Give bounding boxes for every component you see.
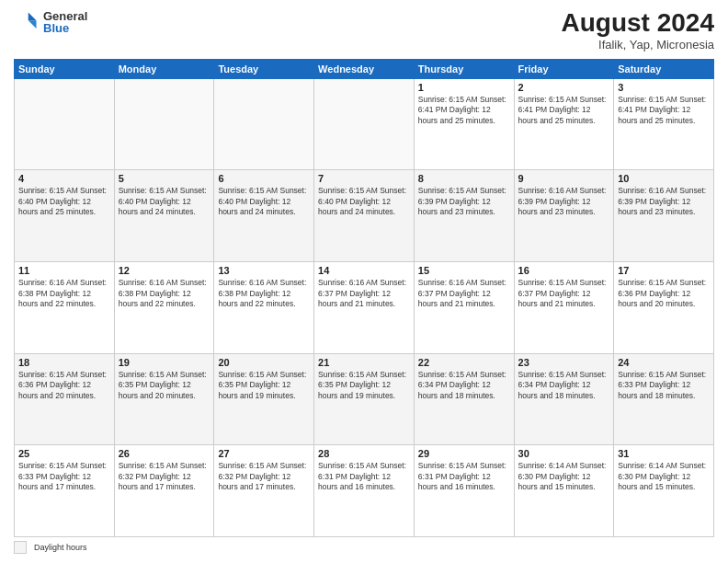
footer-label: Daylight hours bbox=[34, 543, 87, 552]
day-info: Sunrise: 6:15 AM Sunset: 6:32 PM Dayligh… bbox=[119, 461, 210, 492]
calendar-cell: 27Sunrise: 6:15 AM Sunset: 6:32 PM Dayli… bbox=[214, 445, 314, 537]
calendar-cell: 1Sunrise: 6:15 AM Sunset: 6:41 PM Daylig… bbox=[414, 78, 514, 170]
day-info: Sunrise: 6:15 AM Sunset: 6:36 PM Dayligh… bbox=[618, 278, 710, 309]
calendar-cell: 21Sunrise: 6:15 AM Sunset: 6:35 PM Dayli… bbox=[314, 353, 415, 445]
day-number: 24 bbox=[618, 357, 710, 368]
day-info: Sunrise: 6:16 AM Sunset: 6:38 PM Dayligh… bbox=[18, 278, 110, 309]
calendar-cell: 29Sunrise: 6:15 AM Sunset: 6:31 PM Dayli… bbox=[414, 445, 514, 537]
day-info: Sunrise: 6:15 AM Sunset: 6:31 PM Dayligh… bbox=[418, 461, 510, 492]
calendar-cell: 13Sunrise: 6:16 AM Sunset: 6:38 PM Dayli… bbox=[214, 262, 314, 354]
svg-marker-0 bbox=[28, 13, 37, 21]
day-number: 22 bbox=[418, 357, 510, 368]
day-number: 29 bbox=[418, 448, 510, 459]
calendar-cell: 30Sunrise: 6:14 AM Sunset: 6:30 PM Dayli… bbox=[514, 445, 614, 537]
title-block: August 2024 Ifalik, Yap, Micronesia bbox=[562, 9, 715, 52]
day-info: Sunrise: 6:15 AM Sunset: 6:34 PM Dayligh… bbox=[418, 370, 510, 401]
day-number: 6 bbox=[218, 173, 310, 184]
calendar-table: SundayMondayTuesdayWednesdayThursdayFrid… bbox=[14, 59, 714, 537]
calendar-subtitle: Ifalik, Yap, Micronesia bbox=[562, 38, 715, 52]
logo-text: General Blue bbox=[43, 10, 87, 34]
day-number: 11 bbox=[18, 265, 110, 276]
calendar-cell: 9Sunrise: 6:16 AM Sunset: 6:39 PM Daylig… bbox=[514, 170, 614, 262]
day-number: 18 bbox=[18, 357, 110, 368]
calendar-cell: 18Sunrise: 6:15 AM Sunset: 6:36 PM Dayli… bbox=[15, 353, 115, 445]
calendar-cell: 31Sunrise: 6:14 AM Sunset: 6:30 PM Dayli… bbox=[614, 445, 714, 537]
day-info: Sunrise: 6:16 AM Sunset: 6:39 PM Dayligh… bbox=[618, 186, 710, 217]
day-number: 28 bbox=[318, 448, 410, 459]
header: General Blue August 2024 Ifalik, Yap, Mi… bbox=[14, 9, 714, 52]
day-info: Sunrise: 6:15 AM Sunset: 6:36 PM Dayligh… bbox=[18, 370, 110, 401]
calendar-cell: 24Sunrise: 6:15 AM Sunset: 6:33 PM Dayli… bbox=[614, 353, 714, 445]
calendar-week-5: 25Sunrise: 6:15 AM Sunset: 6:33 PM Dayli… bbox=[15, 445, 714, 537]
calendar-cell: 4Sunrise: 6:15 AM Sunset: 6:40 PM Daylig… bbox=[15, 170, 115, 262]
day-info: Sunrise: 6:15 AM Sunset: 6:39 PM Dayligh… bbox=[418, 186, 510, 217]
calendar-week-1: 1Sunrise: 6:15 AM Sunset: 6:41 PM Daylig… bbox=[15, 78, 714, 170]
calendar-cell: 14Sunrise: 6:16 AM Sunset: 6:37 PM Dayli… bbox=[314, 262, 415, 354]
day-info: Sunrise: 6:14 AM Sunset: 6:30 PM Dayligh… bbox=[618, 461, 710, 492]
day-info: Sunrise: 6:15 AM Sunset: 6:41 PM Dayligh… bbox=[618, 95, 710, 126]
calendar-cell: 12Sunrise: 6:16 AM Sunset: 6:38 PM Dayli… bbox=[114, 262, 214, 354]
calendar-header-row: SundayMondayTuesdayWednesdayThursdayFrid… bbox=[15, 59, 714, 78]
calendar-cell: 2Sunrise: 6:15 AM Sunset: 6:41 PM Daylig… bbox=[514, 78, 614, 170]
page: General Blue August 2024 Ifalik, Yap, Mi… bbox=[0, 0, 728, 563]
day-info: Sunrise: 6:15 AM Sunset: 6:35 PM Dayligh… bbox=[318, 370, 410, 401]
calendar-cell: 26Sunrise: 6:15 AM Sunset: 6:32 PM Dayli… bbox=[114, 445, 214, 537]
calendar-cell bbox=[214, 78, 314, 170]
calendar-cell bbox=[114, 78, 214, 170]
calendar-cell bbox=[314, 78, 415, 170]
calendar-cell: 7Sunrise: 6:15 AM Sunset: 6:40 PM Daylig… bbox=[314, 170, 415, 262]
day-info: Sunrise: 6:15 AM Sunset: 6:40 PM Dayligh… bbox=[318, 186, 410, 217]
calendar-cell: 5Sunrise: 6:15 AM Sunset: 6:40 PM Daylig… bbox=[114, 170, 214, 262]
day-number: 9 bbox=[518, 173, 610, 184]
svg-marker-1 bbox=[28, 20, 37, 29]
day-number: 21 bbox=[318, 357, 410, 368]
day-info: Sunrise: 6:16 AM Sunset: 6:37 PM Dayligh… bbox=[418, 278, 510, 309]
day-number: 5 bbox=[119, 173, 210, 184]
day-info: Sunrise: 6:15 AM Sunset: 6:41 PM Dayligh… bbox=[418, 95, 510, 126]
day-number: 2 bbox=[518, 82, 610, 93]
day-number: 16 bbox=[518, 265, 610, 276]
calendar-cell: 28Sunrise: 6:15 AM Sunset: 6:31 PM Dayli… bbox=[314, 445, 415, 537]
day-header-monday: Monday bbox=[114, 59, 214, 78]
day-info: Sunrise: 6:15 AM Sunset: 6:37 PM Dayligh… bbox=[518, 278, 610, 309]
day-info: Sunrise: 6:16 AM Sunset: 6:38 PM Dayligh… bbox=[119, 278, 210, 309]
logo-blue: Blue bbox=[43, 22, 87, 34]
calendar-cell bbox=[15, 78, 115, 170]
footer: Daylight hours bbox=[14, 541, 714, 554]
day-info: Sunrise: 6:16 AM Sunset: 6:37 PM Dayligh… bbox=[318, 278, 410, 309]
day-number: 23 bbox=[518, 357, 610, 368]
day-info: Sunrise: 6:14 AM Sunset: 6:30 PM Dayligh… bbox=[518, 461, 610, 492]
calendar-cell: 19Sunrise: 6:15 AM Sunset: 6:35 PM Dayli… bbox=[114, 353, 214, 445]
day-number: 10 bbox=[618, 173, 710, 184]
calendar-cell: 6Sunrise: 6:15 AM Sunset: 6:40 PM Daylig… bbox=[214, 170, 314, 262]
day-number: 7 bbox=[318, 173, 410, 184]
day-number: 12 bbox=[119, 265, 210, 276]
day-number: 8 bbox=[418, 173, 510, 184]
calendar-cell: 22Sunrise: 6:15 AM Sunset: 6:34 PM Dayli… bbox=[414, 353, 514, 445]
day-number: 4 bbox=[18, 173, 110, 184]
day-number: 1 bbox=[418, 82, 510, 93]
logo: General Blue bbox=[14, 9, 87, 35]
day-number: 13 bbox=[218, 265, 310, 276]
day-info: Sunrise: 6:15 AM Sunset: 6:35 PM Dayligh… bbox=[119, 370, 210, 401]
logo-icon bbox=[14, 9, 40, 35]
calendar-week-3: 11Sunrise: 6:16 AM Sunset: 6:38 PM Dayli… bbox=[15, 262, 714, 354]
day-number: 3 bbox=[618, 82, 710, 93]
day-info: Sunrise: 6:15 AM Sunset: 6:35 PM Dayligh… bbox=[218, 370, 310, 401]
day-info: Sunrise: 6:15 AM Sunset: 6:33 PM Dayligh… bbox=[18, 461, 110, 492]
day-number: 15 bbox=[418, 265, 510, 276]
calendar-cell: 15Sunrise: 6:16 AM Sunset: 6:37 PM Dayli… bbox=[414, 262, 514, 354]
day-info: Sunrise: 6:15 AM Sunset: 6:40 PM Dayligh… bbox=[119, 186, 210, 217]
day-info: Sunrise: 6:16 AM Sunset: 6:38 PM Dayligh… bbox=[218, 278, 310, 309]
calendar-cell: 20Sunrise: 6:15 AM Sunset: 6:35 PM Dayli… bbox=[214, 353, 314, 445]
day-header-sunday: Sunday bbox=[15, 59, 115, 78]
day-number: 19 bbox=[119, 357, 210, 368]
calendar-cell: 23Sunrise: 6:15 AM Sunset: 6:34 PM Dayli… bbox=[514, 353, 614, 445]
day-info: Sunrise: 6:15 AM Sunset: 6:33 PM Dayligh… bbox=[618, 370, 710, 401]
calendar-cell: 11Sunrise: 6:16 AM Sunset: 6:38 PM Dayli… bbox=[15, 262, 115, 354]
day-number: 27 bbox=[218, 448, 310, 459]
day-info: Sunrise: 6:15 AM Sunset: 6:31 PM Dayligh… bbox=[318, 461, 410, 492]
calendar-cell: 10Sunrise: 6:16 AM Sunset: 6:39 PM Dayli… bbox=[614, 170, 714, 262]
day-info: Sunrise: 6:15 AM Sunset: 6:34 PM Dayligh… bbox=[518, 370, 610, 401]
day-header-wednesday: Wednesday bbox=[314, 59, 415, 78]
